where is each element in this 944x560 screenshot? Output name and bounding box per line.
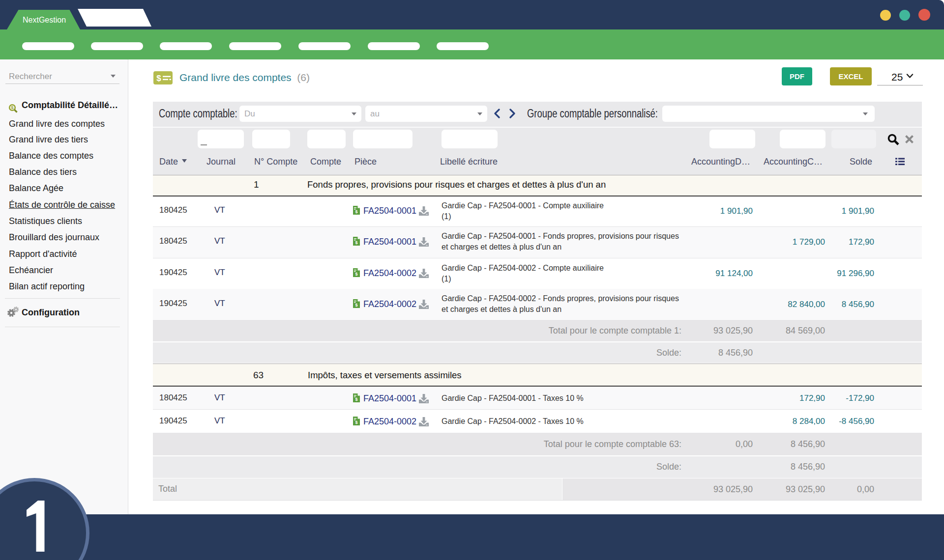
svg-text:$: $ xyxy=(156,74,161,83)
svg-text:$: $ xyxy=(11,105,14,110)
